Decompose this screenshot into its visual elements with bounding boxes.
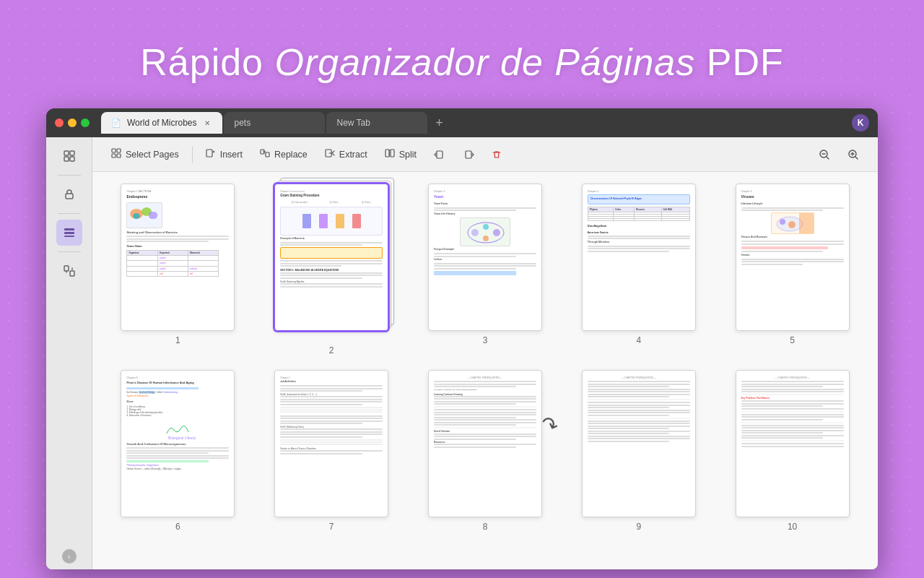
traffic-lights [55, 118, 90, 127]
page-item-6[interactable]: Chapter 6 Prion's Disease Of Human Inher… [107, 370, 249, 532]
page-item-9[interactable]: ↷ — CHAPTER: PREREQUISITES — [567, 370, 710, 532]
page-thumb-1[interactable]: Chapter 1 BACTERIA Endospores [121, 184, 235, 331]
user-avatar[interactable]: K [852, 114, 869, 131]
toolbar: Select Pages Insert [92, 137, 878, 172]
svg-point-26 [483, 224, 489, 230]
browser-tabs: 📄 World of Microbes ✕ pets New Tab + [101, 112, 846, 134]
extract-label: Extract [339, 150, 367, 160]
page-item-10[interactable]: — CHAPTER: PREREQUISITES — Any Problems … [721, 370, 863, 532]
svg-point-27 [493, 229, 500, 236]
split-label: Split [399, 150, 417, 160]
page-number-5: 5 [790, 335, 795, 345]
sidebar-divider-3 [58, 251, 81, 252]
tab-label-new: New Tab [336, 118, 370, 128]
svg-rect-13 [117, 154, 121, 158]
page-item-1[interactable]: Chapter 1 BACTERIA Endospores [107, 184, 249, 355]
tab-icon: 📄 [111, 118, 121, 128]
select-pages-label: Select Pages [126, 150, 179, 160]
tab-new-tab[interactable]: New Tab [326, 112, 427, 134]
replace-button[interactable]: Replace [253, 144, 315, 165]
sidebar-icon-lock[interactable] [56, 181, 82, 207]
svg-rect-21 [466, 151, 471, 158]
page-item-4[interactable]: Chapter 4 Characteristics Of Selected Ph… [567, 184, 710, 355]
page-thumb-3[interactable]: Chapter 3 Yeast Yeast Facts Yeast Life H… [428, 184, 542, 331]
sidebar-icon-pages[interactable] [56, 143, 82, 169]
svg-rect-6 [64, 232, 74, 234]
svg-rect-20 [437, 151, 443, 158]
page-item-8[interactable]: — CHAPTER: PREREQUISITES — The object y … [414, 370, 557, 532]
maximize-button[interactable] [81, 118, 90, 127]
svg-rect-16 [266, 152, 269, 157]
sidebar: ‹ [46, 137, 92, 569]
page-number-1: 1 [175, 335, 180, 345]
page-thumb-6[interactable]: Chapter 6 Prion's Disease Of Human Inher… [121, 370, 235, 517]
svg-rect-2 [64, 157, 69, 161]
svg-point-30 [780, 219, 785, 225]
page-item-2[interactable]: Chapter 2 Gram Staining Procedure @ Gram… [261, 184, 403, 355]
split-button[interactable]: Split [378, 144, 424, 165]
svg-rect-9 [70, 271, 74, 276]
page-number-2: 2 [329, 345, 334, 355]
svg-rect-14 [206, 150, 212, 157]
svg-rect-4 [66, 194, 73, 199]
tab-close-icon[interactable]: ✕ [202, 118, 212, 128]
page-number-10: 10 [788, 522, 797, 532]
insert-button[interactable]: Insert [199, 144, 250, 165]
page-number-6: 6 [175, 522, 180, 532]
svg-rect-7 [64, 236, 74, 237]
new-tab-button[interactable]: + [429, 113, 449, 133]
svg-rect-18 [385, 150, 389, 157]
page-thumb-7[interactable]: Chapter 2 subActivities Set A: (expresse… [274, 370, 388, 517]
svg-rect-1 [70, 151, 74, 155]
page-thumb-10[interactable]: — CHAPTER: PREREQUISITES — Any Problems … [736, 370, 850, 517]
insert-label: Insert [220, 150, 243, 160]
svg-rect-19 [391, 150, 394, 157]
extract-button[interactable]: Extract [318, 144, 375, 165]
page-item-3[interactable]: Chapter 3 Yeast Yeast Facts Yeast Life H… [414, 184, 557, 355]
select-pages-button[interactable]: Select Pages [104, 144, 186, 165]
pages-container[interactable]: Chapter 1 BACTERIA Endospores [92, 172, 878, 569]
select-pages-icon [111, 148, 121, 160]
app-content: ‹ Select Pages [46, 137, 878, 569]
browser-window: 📄 World of Microbes ✕ pets New Tab + K [46, 108, 878, 569]
insert-icon [206, 148, 216, 160]
pages-grid: Chapter 1 BACTERIA Endospores [107, 184, 863, 532]
split-icon [385, 148, 395, 160]
plus-icon: + [435, 116, 443, 131]
tab-pets[interactable]: pets [224, 112, 325, 134]
sidebar-collapse-button[interactable]: ‹ [62, 549, 77, 564]
sidebar-icon-organize[interactable] [56, 220, 82, 246]
page-number-8: 8 [483, 522, 488, 532]
tab-world-of-microbes[interactable]: 📄 World of Microbes ✕ [101, 112, 222, 134]
titlebar: 📄 World of Microbes ✕ pets New Tab + K [46, 108, 878, 137]
svg-rect-8 [64, 266, 69, 271]
svg-rect-10 [112, 149, 116, 152]
svg-point-31 [788, 221, 796, 228]
app-title: Rápido Organizador de Páginas PDF [140, 40, 784, 84]
close-button[interactable] [55, 118, 64, 127]
page-thumb-4[interactable]: Chapter 4 Characteristics Of Selected Ph… [582, 184, 696, 331]
page-item-5[interactable]: Chapter 5 Viruses Infection Lifestyle [721, 184, 863, 355]
page-thumb-2[interactable]: Chapter 2 Gram Staining Procedure @ Gram… [274, 184, 388, 331]
main-area: Select Pages Insert [92, 137, 878, 569]
extract-icon [325, 148, 335, 160]
rotate-right-button[interactable] [456, 144, 481, 165]
sidebar-icon-combine[interactable] [56, 258, 82, 284]
rotate-left-button[interactable] [427, 144, 453, 165]
minimize-button[interactable] [68, 118, 77, 127]
svg-rect-3 [70, 157, 74, 161]
title-part1: Rápido [140, 41, 263, 83]
page-thumb-5[interactable]: Chapter 5 Viruses Infection Lifestyle [736, 184, 850, 331]
zoom-in-button[interactable] [840, 144, 866, 165]
svg-rect-0 [64, 151, 69, 155]
tab-label: World of Microbes [127, 118, 196, 128]
title-em: Organizador de Páginas [274, 41, 695, 83]
delete-button[interactable] [484, 145, 509, 164]
title-part2: PDF [707, 41, 784, 83]
page-thumb-8[interactable]: — CHAPTER: PREREQUISITES — The object y … [428, 370, 542, 517]
tab-label-pets: pets [234, 118, 250, 128]
page-item-7[interactable]: Chapter 2 subActivities Set A: (expresse… [261, 370, 403, 532]
svg-point-28 [483, 236, 489, 241]
zoom-out-button[interactable] [811, 144, 837, 165]
page-thumb-9[interactable]: — CHAPTER: PREREQUISITES — [582, 370, 696, 517]
